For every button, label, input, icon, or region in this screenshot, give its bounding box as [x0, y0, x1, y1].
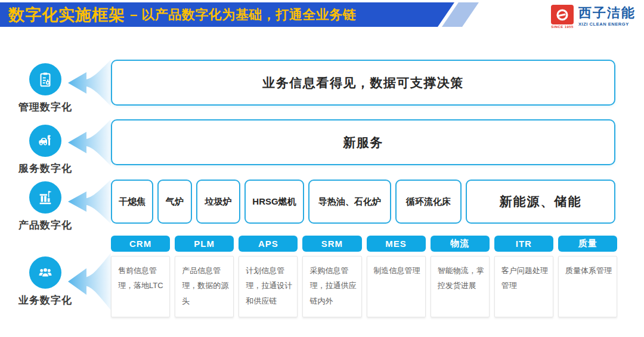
left-arrow-product [67, 180, 111, 224]
system-desc-plm: 产品信息管理，数据的源头 [175, 256, 234, 317]
left-arrow-service [67, 119, 111, 166]
clipboard-checklist-icon [29, 63, 61, 95]
slide-title-sub: – 以产品数字化为基础，打通全业务链 [130, 6, 356, 24]
system-pill-aps: APS [239, 236, 298, 252]
system-desc-row: 售前信息管理，落地LTC 产品信息管理，数据的源头 计划信息管理，拉通设计和供应… [111, 256, 617, 317]
product-box: HRSG燃机 [244, 180, 304, 224]
service-content-box: 新服务 [111, 119, 615, 165]
slide-title-main: 数字化实施框架 [8, 4, 125, 26]
product-box: 干熄焦 [111, 180, 153, 224]
system-desc-srm: 采购信息管理，拉通供应链内外 [302, 256, 361, 317]
slide-title-bar: 数字化实施框架 – 以产品数字化为基础，打通全业务链 [0, 2, 454, 27]
product-box: 导热油、石化炉 [308, 180, 391, 224]
system-pill-logistics: 物流 [431, 236, 490, 252]
system-pill-itr: ITR [494, 236, 553, 252]
logo-company-name-en: XIZI CLEAN ENERGY [578, 21, 636, 27]
product-box-row: 干熄焦 气炉 垃圾炉 HRSG燃机 导热油、石化炉 循环流化床 新能源、储能 [111, 180, 615, 224]
system-pill-srm: SRM [302, 236, 361, 252]
system-desc-logistics: 智能物流，掌控发货进展 [431, 256, 490, 317]
system-desc-mes: 制造信息管理 [367, 256, 426, 317]
system-desc-crm: 售前信息管理，落地LTC [111, 256, 170, 317]
product-box: 循环流化床 [395, 180, 462, 224]
system-pill-row: CRM PLM APS SRM MES 物流 ITR 质量 [111, 236, 617, 252]
management-content-box: 业务信息看得见，数据可支撑决策 [111, 60, 615, 106]
logo-since-text: SINCE 1955 [551, 25, 573, 29]
system-pill-plm: PLM [175, 236, 234, 252]
company-logo: SINCE 1955 西子洁能 XIZI CLEAN ENERGY [551, 5, 636, 29]
logo-company-name-cn: 西子洁能 [578, 6, 636, 20]
system-pill-crm: CRM [111, 236, 170, 252]
car-service-icon [29, 125, 61, 157]
industry-columns-icon [29, 181, 61, 214]
system-pill-mes: MES [367, 236, 426, 252]
logo-e-icon [551, 5, 574, 24]
system-desc-quality: 质量体系管理 [558, 256, 617, 317]
team-icon [29, 256, 61, 289]
product-box: 垃圾炉 [196, 180, 240, 224]
left-arrow-management [67, 60, 111, 106]
product-box: 气炉 [157, 180, 192, 224]
system-pill-quality: 质量 [558, 236, 617, 252]
product-box-highlight: 新能源、储能 [466, 180, 615, 224]
left-arrow-business [67, 253, 111, 310]
system-desc-aps: 计划信息管理，拉通设计和供应链 [239, 256, 298, 317]
system-desc-itr: 客户问题处理管理 [494, 256, 553, 317]
